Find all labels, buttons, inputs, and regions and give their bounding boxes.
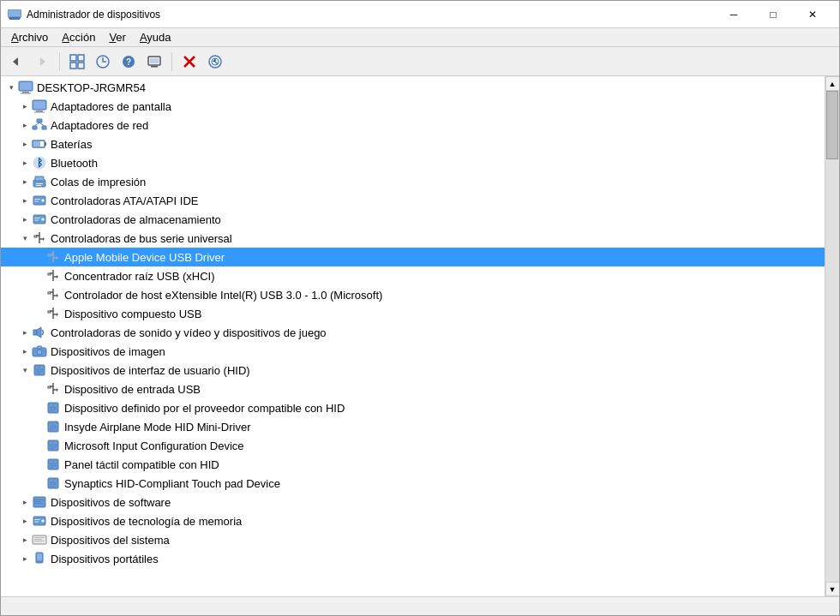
tree-item[interactable]: ▸Controladoras ATA/ATAPI IDE [1, 191, 825, 210]
maximize-button[interactable]: □ [753, 1, 793, 28]
expand-button[interactable]: ▸ [18, 552, 32, 565]
item-icon [32, 532, 47, 547]
item-icon [32, 136, 47, 152]
menu-ayuda[interactable]: Ayuda [133, 29, 178, 45]
tree-item[interactable]: Dispositivo de entrada USB [1, 380, 825, 398]
svg-marker-6 [40, 57, 45, 66]
tree-item[interactable]: Dispositivo definido por el proveedor co… [1, 398, 825, 417]
item-icon [32, 494, 47, 510]
expand-button[interactable]: ▸ [18, 194, 32, 207]
tree-item[interactable]: ▸Dispositivos del sistema [1, 530, 825, 549]
scroll-down-button[interactable]: ▼ [825, 582, 840, 596]
tree-item[interactable]: Microsoft Input Configuration Device [1, 436, 825, 455]
item-label: Adaptadores de pantalla [51, 100, 171, 113]
svg-rect-91 [48, 386, 51, 388]
svg-rect-66 [48, 273, 51, 275]
svg-rect-26 [22, 92, 29, 93]
svg-rect-53 [34, 220, 39, 221]
expand-button[interactable]: ▸ [18, 495, 32, 509]
expand-button[interactable]: ▸ [18, 212, 32, 226]
menu-ver[interactable]: Ver [102, 29, 133, 45]
tree-item[interactable]: ▾Controladoras de bus serie universal [1, 229, 825, 248]
expand-button[interactable]: ▸ [18, 175, 32, 188]
back-button[interactable] [4, 51, 28, 73]
uninstall-button[interactable] [177, 51, 201, 73]
tree-item[interactable]: ▸Dispositivos de software [1, 493, 825, 511]
scroll-thumb[interactable] [826, 91, 838, 159]
tree-item[interactable]: ▾Dispositivos de interfaz de usuario (HI… [1, 361, 825, 380]
svg-rect-111 [50, 448, 54, 449]
help-button[interactable]: ? [117, 51, 141, 73]
toolbar: ? [1, 47, 839, 76]
svg-rect-7 [70, 55, 76, 61]
tree-item[interactable]: ▸Adaptadores de red [1, 116, 825, 135]
tree-item[interactable]: Synaptics HID-Compliant Touch pad Device [1, 474, 825, 493]
tree-item[interactable]: Concentrador raíz USB (xHCI) [1, 266, 825, 285]
tree-item[interactable]: Apple Mobile Device USB Driver [1, 248, 825, 266]
expand-button[interactable]: ▸ [18, 99, 32, 113]
window-icon [8, 8, 21, 21]
item-icon [45, 438, 61, 453]
tree-item[interactable]: ▸Adaptadores de pantalla [1, 97, 825, 116]
expand-button[interactable]: ▸ [18, 344, 32, 358]
svg-rect-61 [48, 254, 51, 256]
item-icon: ᛒ [32, 155, 47, 170]
item-label: Concentrador raíz USB (xHCI) [64, 270, 215, 283]
vertical-scrollbar[interactable]: ▲ ▼ [825, 76, 839, 596]
tree-item[interactable]: ▸Controladoras de sonido y vídeo y dispo… [1, 323, 825, 342]
tree-item[interactable]: ▸Dispositivos de tecnología de memoria [1, 511, 825, 530]
display-button[interactable] [142, 51, 166, 73]
expand-button[interactable]: ▾ [18, 231, 32, 245]
scroll-track[interactable] [825, 91, 839, 582]
menu-accion[interactable]: Acción [55, 29, 102, 45]
tree-item[interactable]: ▸Dispositivos de imagen [1, 342, 825, 361]
toolbar-sep-1 [59, 52, 60, 71]
svg-rect-101 [50, 423, 52, 425]
item-label: Controladoras ATA/ATAPI IDE [51, 194, 198, 207]
tree-item[interactable]: ▸Colas de impresión [1, 172, 825, 191]
title-bar: Administrador de dispositivos ─ □ ✕ [1, 1, 839, 28]
tree-item[interactable]: ▸Baterías [1, 135, 825, 153]
svg-rect-10 [78, 63, 84, 69]
svg-marker-73 [57, 294, 58, 297]
expand-button[interactable]: ▸ [18, 533, 32, 547]
svg-rect-138 [38, 561, 41, 562]
scroll-up-button[interactable]: ▲ [825, 76, 840, 91]
tree-root[interactable]: ▾ DESKTOP-JRGMR54 [1, 78, 825, 97]
tree-item[interactable]: Dispositivo compuesto USB [1, 304, 825, 323]
tree-item[interactable]: Controlador de host eXtensible Intel(R) … [1, 285, 825, 304]
expand-button[interactable]: ▸ [18, 514, 32, 528]
properties-button[interactable] [65, 51, 89, 73]
tree-item[interactable]: ▸Dispositivos portátiles [1, 549, 825, 568]
item-icon [45, 306, 61, 321]
root-expand[interactable]: ▾ [4, 81, 18, 94]
close-button[interactable]: ✕ [793, 1, 832, 28]
expand-button[interactable]: ▾ [18, 363, 32, 377]
tree-item[interactable]: Panel táctil compatible con HID [1, 455, 825, 474]
device-manager-window: Administrador de dispositivos ─ □ ✕ Arch… [0, 0, 840, 616]
scan-button[interactable] [203, 51, 227, 73]
menu-archivo[interactable]: Archivo [4, 29, 55, 45]
window-title: Administrador de dispositivos [27, 9, 714, 21]
forward-button[interactable] [30, 51, 54, 73]
svg-marker-63 [57, 256, 58, 260]
svg-point-51 [41, 218, 45, 221]
item-label: Microsoft Input Configuration Device [64, 440, 244, 452]
tree-item[interactable]: ▸ᛒBluetooth [1, 153, 825, 172]
minimize-button[interactable]: ─ [714, 1, 753, 28]
item-icon [45, 381, 61, 397]
expand-button[interactable]: ▸ [18, 118, 32, 132]
expand-button[interactable]: ▸ [18, 137, 32, 151]
device-tree[interactable]: ▾ DESKTOP-JRGMR54 ▸Adaptadores de pantal… [1, 76, 825, 596]
svg-rect-107 [50, 442, 52, 444]
tree-item[interactable]: ▸Controladoras de almacenamiento [1, 210, 825, 229]
svg-rect-52 [34, 218, 40, 218]
item-label: Baterías [51, 138, 92, 151]
update-button[interactable] [91, 51, 115, 73]
expand-button[interactable]: ▸ [18, 156, 32, 170]
expand-button[interactable]: ▸ [18, 326, 32, 339]
svg-rect-27 [21, 93, 31, 94]
item-label: Dispositivo de entrada USB [64, 383, 201, 396]
tree-item[interactable]: Insyde Airplane Mode HID Mini-Driver [1, 417, 825, 436]
item-icon [45, 268, 61, 284]
